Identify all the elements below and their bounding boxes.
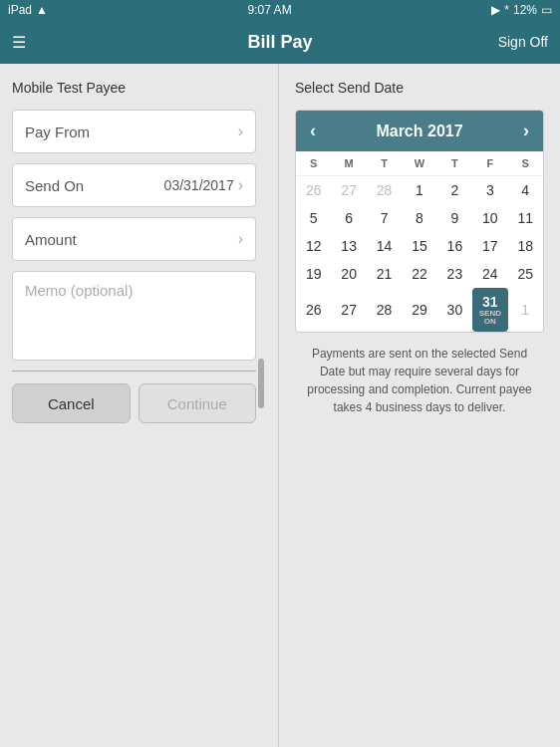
- calendar-day[interactable]: 20: [331, 260, 366, 288]
- calendar-week-2: 12131415161718: [296, 232, 543, 260]
- calendar-day[interactable]: 3: [472, 176, 507, 205]
- memo-placeholder: Memo (optional): [25, 282, 133, 299]
- calendar-day[interactable]: 26: [296, 176, 331, 205]
- calendar-day[interactable]: 31SEND ON: [472, 288, 507, 332]
- continue-button[interactable]: Continue: [139, 383, 257, 423]
- next-month-button[interactable]: ›: [523, 121, 529, 141]
- calendar-day[interactable]: 21: [367, 260, 402, 288]
- calendar-day[interactable]: 19: [296, 260, 331, 288]
- calendar-week-1: 567891011: [296, 204, 543, 232]
- calendar-note: Payments are sent on the selected Send D…: [295, 345, 544, 416]
- calendar-day[interactable]: 16: [437, 232, 472, 260]
- memo-field[interactable]: Memo (optional): [12, 271, 256, 361]
- main-content: Mobile Test Payee Pay From › Send On 03/…: [0, 64, 560, 747]
- battery-level: 12%: [513, 3, 537, 17]
- calendar-day[interactable]: 2: [437, 176, 472, 205]
- pay-from-chevron: ›: [238, 123, 243, 140]
- calendar-week-4: 262728293031SEND ON1: [296, 288, 543, 332]
- calendar-day[interactable]: 29: [402, 288, 436, 332]
- sign-off-button[interactable]: Sign Off: [498, 34, 548, 50]
- day-header-tue: T: [367, 151, 402, 176]
- calendar-day[interactable]: 30: [437, 288, 472, 332]
- airplay-icon: ▶: [491, 3, 500, 17]
- prev-month-button[interactable]: ‹: [310, 121, 316, 141]
- calendar-body: 2627281234567891011121314151617181920212…: [296, 176, 543, 333]
- calendar-day[interactable]: 9: [437, 204, 472, 232]
- calendar-header-row: S M T W T F S: [296, 151, 543, 176]
- calendar-day[interactable]: 4: [508, 176, 543, 205]
- menu-button[interactable]: ☰: [12, 33, 26, 52]
- calendar-day[interactable]: 8: [402, 204, 436, 232]
- calendar-header: ‹ March 2017 ›: [296, 111, 543, 151]
- wifi-icon: ▲: [36, 3, 48, 17]
- scroll-bar: [256, 110, 266, 731]
- payee-title: Mobile Test Payee: [12, 80, 266, 96]
- calendar-day[interactable]: 27: [331, 288, 366, 332]
- calendar-grid: S M T W T F S 26272812345678910111213141…: [296, 151, 543, 332]
- amount-label: Amount: [25, 231, 77, 248]
- calendar-day[interactable]: 1: [402, 176, 436, 205]
- app-header: ☰ Bill Pay Sign Off: [0, 20, 560, 64]
- calendar-day[interactable]: 7: [367, 204, 402, 232]
- pay-from-label: Pay From: [25, 124, 90, 140]
- calendar-week-3: 19202122232425: [296, 260, 543, 288]
- header-title: Bill Pay: [247, 32, 312, 53]
- left-panel: Mobile Test Payee Pay From › Send On 03/…: [0, 64, 279, 747]
- calendar: ‹ March 2017 › S M T W T F S: [295, 110, 544, 333]
- calendar-section-title: Select Send Date: [295, 80, 544, 96]
- day-header-thu: T: [437, 151, 472, 176]
- calendar-day[interactable]: 24: [472, 260, 507, 288]
- calendar-day[interactable]: 12: [296, 232, 331, 260]
- calendar-day[interactable]: 10: [472, 204, 507, 232]
- calendar-day[interactable]: 17: [472, 232, 507, 260]
- calendar-day[interactable]: 28: [367, 176, 402, 205]
- day-header-fri: F: [472, 151, 507, 176]
- divider: [12, 371, 256, 372]
- calendar-month-title: March 2017: [376, 123, 462, 140]
- calendar-day[interactable]: 15: [402, 232, 436, 260]
- calendar-day[interactable]: 11: [508, 204, 543, 232]
- bluetooth-icon: *: [504, 3, 509, 17]
- calendar-day[interactable]: 6: [331, 204, 366, 232]
- day-header-wed: W: [402, 151, 436, 176]
- day-header-mon: M: [331, 151, 366, 176]
- battery-icon: ▭: [541, 3, 552, 17]
- send-on-label: Send On: [25, 177, 84, 194]
- send-on-value: 03/31/2017 ›: [164, 176, 243, 194]
- calendar-day[interactable]: 14: [367, 232, 402, 260]
- calendar-day[interactable]: 25: [508, 260, 543, 288]
- right-panel: Select Send Date ‹ March 2017 › S M T W …: [279, 64, 560, 747]
- calendar-day[interactable]: 13: [331, 232, 366, 260]
- calendar-day[interactable]: 18: [508, 232, 543, 260]
- status-time: 9:07 AM: [248, 3, 292, 17]
- pay-from-field[interactable]: Pay From ›: [12, 110, 256, 153]
- status-bar: iPad ▲ 9:07 AM ▶ * 12% ▭: [0, 0, 560, 20]
- day-header-sat: S: [508, 151, 543, 176]
- calendar-day[interactable]: 26: [296, 288, 331, 332]
- action-buttons: Cancel Continue: [12, 383, 256, 423]
- device-label: iPad: [8, 3, 32, 17]
- send-on-chevron: ›: [238, 176, 243, 194]
- calendar-day[interactable]: 28: [367, 288, 402, 332]
- day-headers-row: S M T W T F S: [296, 151, 543, 176]
- scroll-thumb: [258, 359, 264, 408]
- send-on-field[interactable]: Send On 03/31/2017 ›: [12, 163, 256, 207]
- amount-chevron: ›: [238, 230, 243, 248]
- status-left: iPad ▲: [8, 3, 48, 17]
- calendar-day[interactable]: 22: [402, 260, 436, 288]
- calendar-day[interactable]: 27: [331, 176, 366, 205]
- calendar-week-0: 2627281234: [296, 176, 543, 205]
- status-right: ▶ * 12% ▭: [491, 3, 552, 17]
- calendar-day[interactable]: 23: [437, 260, 472, 288]
- day-header-sun: S: [296, 151, 331, 176]
- cancel-button[interactable]: Cancel: [12, 383, 131, 423]
- amount-field[interactable]: Amount ›: [12, 217, 256, 261]
- calendar-day[interactable]: 1: [508, 288, 543, 332]
- calendar-day[interactable]: 5: [296, 204, 331, 232]
